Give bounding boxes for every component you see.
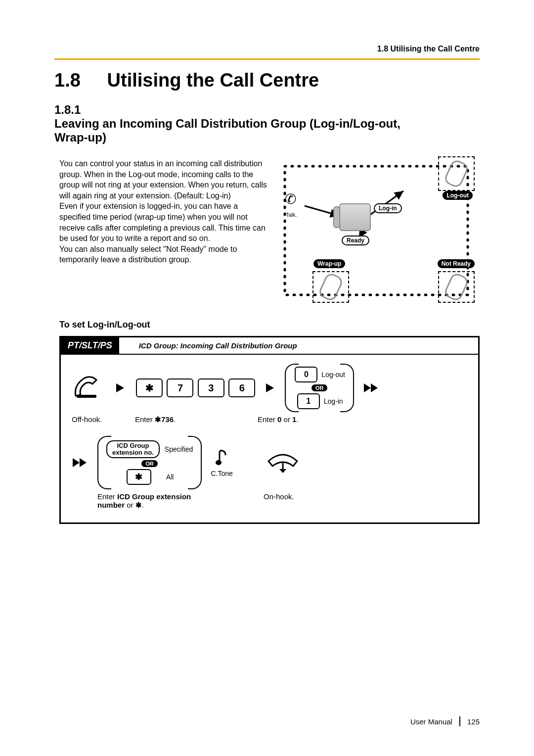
key-0: 0 [295, 367, 317, 382]
state-logout: Log-out [443, 191, 473, 200]
dial-code-keys: ✱ 7 3 6 [135, 378, 256, 398]
intro-paragraphs: You can control your status in an incomi… [54, 156, 267, 305]
icd-box-line1: ICD Group [117, 442, 149, 449]
enter-01-caption: Enter 0 or 1. [258, 415, 332, 424]
intro-p1: You can control your status in an incomi… [59, 159, 267, 200]
onhook-caption: On-hook. [264, 492, 323, 501]
ctone-label: C.Tone [211, 470, 232, 477]
opt0-label: Log-out [321, 371, 345, 378]
footer-separator [459, 716, 460, 726]
login-logout-option: 0 Log-out OR 1 Log-in [285, 364, 354, 412]
key-6: 6 [228, 378, 255, 397]
flow-arrow-icon [115, 382, 126, 393]
handset-icon [443, 272, 470, 302]
all-label: All [166, 473, 174, 481]
intro-p3: You can also manually select "Not Ready"… [59, 245, 237, 264]
section-name: Utilising the Call Centre [107, 70, 319, 91]
handset-icon [443, 158, 470, 189]
device-type-tag: PT/SLT/PS [61, 337, 119, 354]
specified-label: Specified [165, 445, 193, 453]
header-rule [54, 58, 480, 60]
phone-icon [339, 203, 371, 231]
footer-doc-name: User Manual [410, 717, 452, 726]
svg-rect-1 [77, 395, 96, 398]
enter-ext-caption: Enter ICD Group extension number or ✱. [97, 492, 216, 510]
icd-box-line2: extension no. [112, 449, 154, 456]
running-header: 1.8 Utilising the Call Centre [54, 45, 480, 53]
flow-arrow-icon [265, 382, 276, 393]
section-number: 1.8 [54, 70, 102, 91]
offhook-caption: Off-hook. [72, 415, 106, 424]
state-login: Log-in [374, 203, 402, 213]
state-ready: Ready [342, 236, 369, 245]
state-wrapup: Wrap-up [313, 259, 345, 268]
procedure-header-note: ICD Group: Incoming Call Distribution Gr… [119, 341, 297, 350]
or-pill: OR [312, 384, 328, 391]
section-title: 1.8 Utilising the Call Centre [54, 70, 480, 91]
opt1-label: Log-in [324, 397, 343, 405]
procedure-box: PT/SLT/PS ICD Group: Incoming Call Distr… [59, 336, 480, 524]
key-star: ✱ [127, 469, 151, 485]
subsection-title: 1.8.1 Leaving an Incoming Call Distribut… [54, 103, 480, 144]
onhook-icon [266, 451, 300, 474]
key-3: 3 [198, 378, 224, 397]
flow-double-arrow-icon [363, 382, 380, 393]
key-star: ✱ [136, 378, 163, 397]
state-notready: Not Ready [438, 259, 475, 268]
offhook-icon [72, 375, 106, 401]
or-pill: OR [141, 460, 158, 467]
footer-page-number: 125 [467, 717, 480, 726]
intro-p2: Even if your extension is logged-in, you… [59, 202, 266, 242]
confirmation-tone-icon [214, 448, 230, 468]
state-talk: Talk. [286, 212, 297, 218]
icd-option-group: ICD Group extension no. Specified OR ✱ A… [97, 436, 202, 489]
key-7: 7 [167, 378, 193, 397]
handset-icon [317, 272, 345, 302]
page-footer: User Manual 125 [410, 716, 480, 726]
state-diagram: ✆ Talk. Log-in Ready Log-out Wrap-up Not… [275, 156, 480, 305]
subsection-number: 1.8.1 [54, 103, 102, 117]
key-1: 1 [297, 393, 320, 409]
procedure-heading: To set Log-in/Log-out [59, 320, 480, 330]
enter-code-caption: Enter ✱736. [135, 415, 229, 424]
svg-point-2 [216, 460, 222, 465]
flow-double-arrow-icon [72, 457, 89, 468]
subsection-name: Leaving an Incoming Call Distribution Gr… [54, 117, 430, 144]
